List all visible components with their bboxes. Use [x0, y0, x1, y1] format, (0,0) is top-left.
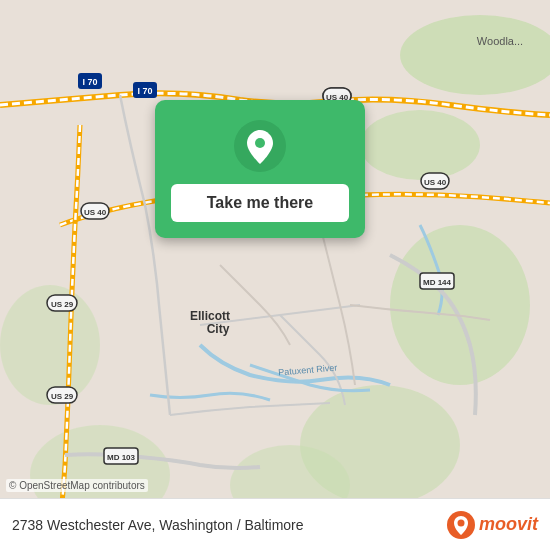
location-pin-icon [234, 120, 286, 172]
svg-text:I 70: I 70 [137, 86, 152, 96]
svg-text:MD 144: MD 144 [423, 278, 452, 287]
svg-text:City: City [207, 322, 230, 336]
bottom-bar: 2738 Westchester Ave, Washington / Balti… [0, 498, 550, 550]
map-svg: I 70 I 70 US 40 US 40 US 40 US 29 US 29 … [0, 0, 550, 550]
svg-point-34 [457, 519, 464, 526]
svg-text:Woodla...: Woodla... [477, 35, 523, 47]
address-text: 2738 Westchester Ave, Washington / Balti… [12, 517, 304, 533]
svg-text:I 70: I 70 [82, 77, 97, 87]
moovit-pin-icon [447, 511, 475, 539]
map-container: I 70 I 70 US 40 US 40 US 40 US 29 US 29 … [0, 0, 550, 550]
svg-point-3 [390, 225, 530, 385]
svg-text:US 40: US 40 [424, 178, 447, 187]
svg-text:Ellicott: Ellicott [190, 309, 230, 323]
moovit-wordmark: moovit [479, 514, 538, 535]
svg-text:MD 103: MD 103 [107, 453, 136, 462]
svg-point-2 [360, 110, 480, 180]
svg-text:US 29: US 29 [51, 392, 74, 401]
svg-text:US 40: US 40 [84, 208, 107, 217]
svg-text:US 29: US 29 [51, 300, 74, 309]
take-me-there-button[interactable]: Take me there [171, 184, 349, 222]
svg-point-32 [255, 138, 265, 148]
moovit-logo: moovit [447, 511, 538, 539]
copyright-text: © OpenStreetMap contributors [6, 479, 148, 492]
card-overlay: Take me there [155, 100, 365, 238]
